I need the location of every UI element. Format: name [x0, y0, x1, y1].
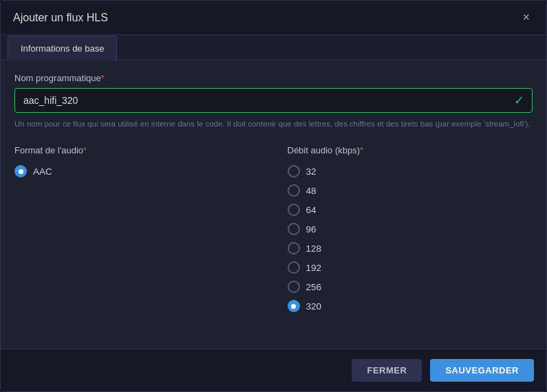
- bitrate-32-radio[interactable]: [288, 165, 300, 177]
- audio-format-aac-radio[interactable]: [14, 165, 27, 177]
- bitrate-128-radio[interactable]: [288, 242, 300, 254]
- dialog-footer: FERMER SAUVEGARDER: [1, 349, 546, 391]
- programmatic-name-input[interactable]: [14, 88, 533, 113]
- audio-format-aac-label: AAC: [33, 166, 52, 177]
- audio-bitrate-column: Débit audio (kbps)* 32 48 64 96: [260, 145, 533, 319]
- bitrate-128-label: 128: [306, 243, 322, 254]
- bitrate-48-row: 48: [288, 184, 533, 197]
- dialog-body: Nom programmatique* ✓ Un nom pour ce flu…: [1, 61, 546, 349]
- audio-bitrate-label: Débit audio (kbps)*: [288, 145, 533, 155]
- bitrate-192-row: 192: [288, 261, 533, 274]
- bitrate-32-label: 32: [306, 166, 317, 177]
- required-star-bitrate: *: [360, 145, 363, 155]
- bitrate-128-row: 128: [288, 242, 533, 254]
- bitrate-320-label: 320: [306, 301, 322, 312]
- programmatic-name-field-wrap: ✓: [14, 88, 533, 113]
- audio-format-column: Format de l'audio* AAC: [14, 145, 260, 319]
- programmatic-name-hint: Un nom pour ce flux qui sera utilisé en …: [14, 118, 533, 130]
- bitrate-320-radio[interactable]: [288, 300, 300, 312]
- dialog-header: Ajouter un flux HLS ×: [1, 1, 546, 35]
- bitrate-48-label: 48: [306, 186, 317, 196]
- tabs-row: Informations de base: [1, 35, 546, 61]
- audio-format-label: Format de l'audio*: [14, 145, 260, 155]
- dialog-title: Ajouter un flux HLS: [13, 12, 108, 24]
- bitrate-64-radio[interactable]: [288, 204, 300, 216]
- dialog-close-button[interactable]: ×: [518, 9, 534, 26]
- input-valid-icon: ✓: [514, 93, 524, 108]
- required-star-name: *: [101, 73, 105, 83]
- programmatic-name-label: Nom programmatique*: [14, 73, 533, 83]
- bitrate-96-label: 96: [306, 224, 317, 235]
- bitrate-48-radio[interactable]: [288, 184, 300, 197]
- bitrate-32-row: 32: [288, 165, 533, 177]
- bitrate-256-label: 256: [306, 282, 322, 292]
- bitrate-64-label: 64: [306, 205, 317, 215]
- bitrate-64-row: 64: [288, 204, 533, 216]
- bitrate-256-radio[interactable]: [288, 281, 300, 293]
- close-button[interactable]: FERMER: [352, 359, 422, 382]
- two-column-layout: Format de l'audio* AAC Débit audio (kbps…: [14, 145, 533, 319]
- bitrate-96-row: 96: [288, 223, 533, 235]
- bitrate-192-radio[interactable]: [288, 261, 300, 274]
- bitrate-256-row: 256: [288, 281, 533, 293]
- required-star-format: *: [83, 145, 87, 155]
- bitrate-96-radio[interactable]: [288, 223, 300, 235]
- bitrate-320-row: 320: [288, 300, 533, 312]
- save-button[interactable]: SAUVEGARDER: [430, 359, 534, 382]
- tab-informations-de-base[interactable]: Informations de base: [8, 36, 117, 61]
- add-hls-stream-dialog: Ajouter un flux HLS × Informations de ba…: [0, 0, 547, 392]
- bitrate-192-label: 192: [306, 263, 322, 273]
- audio-format-aac-row: AAC: [14, 165, 260, 177]
